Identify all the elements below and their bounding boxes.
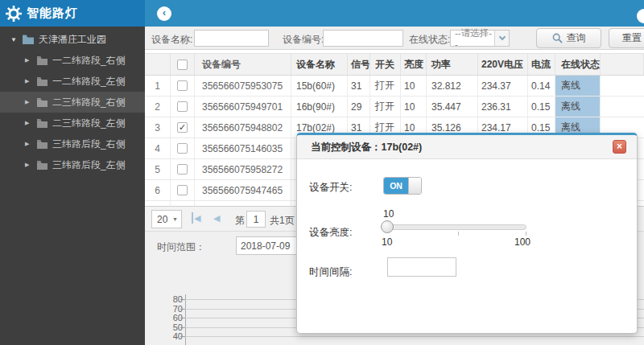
cell-brightness: 10 xyxy=(401,76,427,96)
caret-down-icon: ▼ xyxy=(172,216,181,222)
row-checkbox[interactable] xyxy=(177,101,188,112)
caret-right-icon: ▶ xyxy=(25,141,36,147)
close-button[interactable]: × xyxy=(613,140,626,154)
row-checkbox[interactable] xyxy=(177,143,188,154)
folder-icon xyxy=(37,161,47,170)
cell-signal: 29 xyxy=(348,97,370,117)
first-page-button[interactable]: ◀ xyxy=(192,212,200,224)
select-arrow-button[interactable] xyxy=(494,31,509,46)
sidebar-item-label: 二三纬路段_右侧 xyxy=(52,96,126,109)
select-all-checkbox[interactable] xyxy=(177,60,188,70)
gear-icon xyxy=(5,5,23,23)
row-checkbox-cell xyxy=(171,76,195,96)
header-status: 在线状态 xyxy=(555,54,601,75)
sidebar-item-label: 二三纬路段_左侧 xyxy=(52,117,126,130)
row-checkbox[interactable] xyxy=(177,164,188,175)
top-bar: ‹ xyxy=(145,0,644,27)
row-checkbox[interactable] xyxy=(177,185,188,195)
filter-bar: 设备名称: 设备编号: 在线状态: --请选择-- 查询 重置 xyxy=(145,27,644,50)
row-checkbox[interactable] xyxy=(177,80,188,91)
caret-down-icon: ▼ xyxy=(10,36,22,43)
sidebar-item-section3-left[interactable]: ▶ 三纬路后段_左侧 xyxy=(0,154,145,175)
header-voltage: 220V电压 xyxy=(478,54,528,75)
header-power: 功率 xyxy=(427,54,478,75)
chart-gridline xyxy=(185,336,644,337)
dialog-header[interactable]: 当前控制设备：17b(02#) × xyxy=(297,135,637,159)
header-filler xyxy=(601,54,644,75)
corner-circle-decoration xyxy=(637,9,644,23)
brightness-slider[interactable] xyxy=(382,224,526,230)
slider-handle[interactable] xyxy=(381,220,394,233)
toggle-knob[interactable] xyxy=(408,178,421,194)
page-prefix-label: 第 xyxy=(235,214,245,228)
device-brightness-label: 设备亮度: xyxy=(309,226,352,240)
sidebar-item-section1-right[interactable]: ▶ 一二纬路段_右侧 xyxy=(0,50,145,71)
online-state-select[interactable]: --请选择-- xyxy=(450,30,510,47)
header-index xyxy=(145,54,171,75)
row-index: 6 xyxy=(145,180,171,200)
cell-voltage: 234.37 xyxy=(478,76,528,96)
caret-right-icon: ▶ xyxy=(25,99,36,105)
search-icon xyxy=(552,33,563,43)
device-no-input[interactable] xyxy=(323,30,403,47)
back-icon: ‹ xyxy=(163,6,166,18)
cell-device-no: 356566075948802 xyxy=(195,117,291,138)
cell-brightness: 10 xyxy=(401,97,427,117)
cell-device-no: 356566075958272 xyxy=(195,159,291,179)
device-name-input[interactable] xyxy=(194,30,269,47)
row-checkbox-cell xyxy=(171,97,195,117)
folder-icon xyxy=(37,98,47,107)
header-checkbox-cell xyxy=(171,54,195,75)
table-row[interactable]: 2 356566075949701 16b(90#) 29 打开 10 35.4… xyxy=(145,97,644,117)
header-current: 电流 xyxy=(528,54,555,75)
time-interval-input[interactable] xyxy=(387,257,456,277)
cell-power: 35.447 xyxy=(427,97,478,117)
dialog-title: 当前控制设备：17b(02#) xyxy=(297,135,637,159)
tree-root-node[interactable]: ▼ 天津潘庄工业园 xyxy=(0,29,145,50)
header-signal: 信号 xyxy=(348,54,370,75)
cell-filler xyxy=(601,97,644,117)
slider-tick xyxy=(526,232,526,236)
sidebar-item-label: 一二纬路段_左侧 xyxy=(52,75,126,88)
page-size-select[interactable]: 20 ▼ xyxy=(151,210,182,228)
row-checkbox-checked[interactable]: ✓ xyxy=(177,122,188,133)
reset-button[interactable]: 重置 xyxy=(609,28,644,48)
table-row[interactable]: 1 356566075953075 15b(60#) 31 打开 10 32.8… xyxy=(145,76,644,97)
folder-icon xyxy=(37,119,47,128)
folder-open-icon xyxy=(23,35,34,44)
search-button[interactable]: 查询 xyxy=(536,28,601,48)
folder-icon xyxy=(37,77,47,86)
cell-power: 32.812 xyxy=(427,76,478,96)
header-device-no: 设备编号 xyxy=(195,54,291,75)
sidebar-item-label: 一二纬路段_右侧 xyxy=(52,54,126,68)
sidebar-item-section2-right-selected[interactable]: ▶ 二三纬路段_右侧 xyxy=(0,92,145,113)
status-badge: 离线 xyxy=(555,76,600,96)
sidebar-item-section2-left[interactable]: ▶ 二三纬路段_左侧 xyxy=(0,113,145,133)
prev-page-button[interactable]: ◀ xyxy=(213,212,220,224)
device-control-dialog: 当前控制设备：17b(02#) × 设备开关: ON 设备亮度: 10 10 1… xyxy=(296,133,638,334)
table-header-row: 设备编号 设备名称 信号 开关 亮度 功率 220V电压 电流 在线状态 xyxy=(145,53,644,76)
folder-icon xyxy=(37,140,47,149)
collapse-back-button[interactable]: ‹ xyxy=(157,6,171,21)
cell-device-no: 356566075146035 xyxy=(195,138,291,158)
cell-status: 离线 xyxy=(555,76,601,96)
row-index: 5 xyxy=(145,159,171,179)
device-name-label: 设备名称: xyxy=(151,33,192,47)
cell-switch: 打开 xyxy=(370,97,401,117)
page-number-input[interactable] xyxy=(246,211,266,228)
sidebar-item-section3-right[interactable]: ▶ 三纬路后段_右侧 xyxy=(0,133,145,154)
search-button-label: 查询 xyxy=(567,31,586,45)
cell-device-no: 356566075949701 xyxy=(195,97,291,117)
brightness-scale-min: 10 xyxy=(382,236,392,248)
row-index: 2 xyxy=(145,97,171,117)
chart-y-axis xyxy=(185,294,186,345)
sidebar-item-section1-left[interactable]: ▶ 一二纬路段_左侧 xyxy=(0,71,145,92)
device-tree: ▼ 天津潘庄工业园 ▶ 一二纬路段_右侧 ▶ 一二纬路段_左侧 ▶ 二三纬路段_… xyxy=(0,27,145,175)
close-icon: × xyxy=(617,141,622,152)
caret-right-icon: ▶ xyxy=(25,57,36,64)
caret-right-icon: ▶ xyxy=(25,162,36,168)
caret-right-icon: ▶ xyxy=(25,78,36,84)
device-no-label: 设备编号: xyxy=(283,33,324,47)
row-checkbox-cell xyxy=(171,180,195,200)
device-switch-toggle[interactable]: ON xyxy=(383,177,422,195)
